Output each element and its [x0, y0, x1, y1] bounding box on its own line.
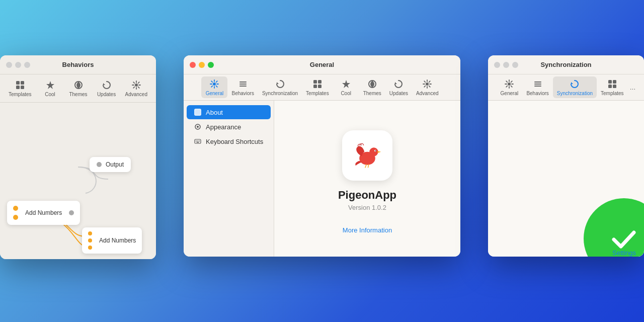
- sync-checkmark: [584, 198, 644, 257]
- toolbar-themes-general[interactable]: Themes: [359, 76, 385, 98]
- sync-toolbar-general[interactable]: General: [496, 76, 522, 98]
- updates-label: Updates: [97, 92, 116, 97]
- svg-rect-0: [16, 81, 20, 85]
- advanced-general-label: Advanced: [416, 91, 438, 96]
- app-icon-pigeon: [349, 137, 385, 174]
- window-title: Behaviors: [62, 61, 94, 68]
- cool-icon: [45, 79, 56, 91]
- toolbar-general[interactable]: General: [201, 76, 227, 98]
- svg-marker-6: [103, 83, 105, 85]
- app-version: Version 1.0.2: [348, 204, 386, 211]
- behaviors-toolbar-label: Behaviors: [231, 91, 254, 96]
- sync-toolbar-templates[interactable]: Templates: [597, 76, 628, 98]
- sidebar-item-keyboard[interactable]: Keyboard Shortcuts: [187, 134, 271, 148]
- output-node[interactable]: Output: [90, 157, 131, 172]
- svg-rect-3: [21, 86, 24, 89]
- toolbar-item-templates[interactable]: Templates: [5, 77, 35, 99]
- svg-rect-21: [194, 109, 201, 116]
- close-button-sync[interactable]: [494, 62, 500, 68]
- sync-window: Synchronization General Behaviors: [488, 55, 644, 257]
- behaviors-window: Behaviors Templates Cool: [0, 55, 156, 259]
- general-sidebar: About Appearance: [184, 101, 274, 257]
- settings-link[interactable]: Settings: [612, 249, 636, 257]
- templates-label: Templates: [9, 92, 32, 97]
- svg-rect-13: [313, 80, 317, 84]
- node-input-dot-4: [88, 246, 92, 250]
- svg-marker-12: [277, 82, 279, 84]
- add-numbers-node-1[interactable]: Add Numbers: [7, 201, 80, 225]
- sync-sync-icon: [569, 78, 580, 90]
- themes-general-label: Themes: [363, 91, 381, 96]
- general-toolbar-label: General: [206, 91, 224, 96]
- sidebar-item-about[interactable]: About: [187, 105, 271, 119]
- svg-point-24: [197, 126, 199, 128]
- maximize-button[interactable]: [24, 62, 30, 68]
- sidebar-item-appearance[interactable]: Appearance: [187, 120, 271, 134]
- node-input-dot-2: [88, 231, 92, 235]
- toolbar-updates-general[interactable]: Updates: [385, 76, 412, 98]
- toolbar-templates-general[interactable]: Templates: [302, 76, 333, 98]
- svg-rect-2: [16, 86, 20, 89]
- toolbar-item-updates[interactable]: Updates: [94, 77, 120, 99]
- maximize-button-sync[interactable]: [512, 62, 518, 68]
- node-input-1: [13, 206, 18, 211]
- toolbar-cool-general[interactable]: Cool: [333, 76, 359, 98]
- behaviors-titlebar: Behaviors: [0, 55, 156, 74]
- svg-rect-11: [239, 86, 247, 87]
- add-numbers-label-1: Add Numbers: [25, 209, 62, 216]
- svg-marker-4: [46, 81, 54, 89]
- toolbar-behaviors[interactable]: Behaviors: [227, 76, 258, 98]
- more-info-link[interactable]: More Information: [343, 226, 392, 234]
- sync-behaviors-icon: [532, 78, 543, 90]
- svg-point-33: [375, 150, 376, 151]
- about-label: About: [206, 109, 223, 116]
- svg-point-7: [135, 84, 138, 87]
- sync-general-label: General: [501, 91, 519, 96]
- appearance-label: Appearance: [206, 123, 241, 131]
- toolbar-advanced-general[interactable]: Advanced: [412, 76, 442, 98]
- templates-general-icon: [312, 78, 323, 90]
- close-button-general[interactable]: [190, 62, 196, 68]
- node-canvas: Output Add Numbers Add Numbers: [0, 103, 156, 259]
- keyboard-label: Keyboard Shortcuts: [206, 138, 263, 145]
- sync-sync-label: Synchronization: [557, 91, 593, 96]
- node-input-dot-3: [88, 238, 92, 243]
- toolbar-synchronization[interactable]: Synchronization: [258, 76, 302, 98]
- updates-general-label: Updates: [389, 91, 408, 96]
- themes-icon: [73, 79, 84, 91]
- keyboard-icon: [194, 137, 202, 145]
- toolbar-item-cool[interactable]: Cool: [37, 77, 63, 99]
- minimize-button-sync[interactable]: [503, 62, 509, 68]
- output-node-label: Output: [106, 161, 124, 168]
- toolbar-item-themes[interactable]: Themes: [65, 77, 92, 99]
- add-numbers-node-2[interactable]: Add Numbers: [82, 227, 142, 254]
- sync-toolbar-behaviors[interactable]: Behaviors: [522, 76, 552, 98]
- general-toolbar: General Behaviors Synchronization: [184, 74, 460, 101]
- general-window-title: General: [310, 61, 334, 68]
- cool-label: Cool: [45, 92, 55, 97]
- templates-icon: [15, 79, 26, 91]
- sync-toolbar-sync[interactable]: Synchronization: [553, 76, 597, 98]
- close-button[interactable]: [6, 62, 12, 68]
- node-output-dot: [69, 210, 74, 215]
- cool-general-icon: [341, 78, 352, 90]
- general-main-content: PigeonApp Version 1.0.2 More Information: [274, 101, 460, 257]
- maximize-button-general[interactable]: [208, 62, 214, 68]
- svg-marker-19: [395, 82, 397, 84]
- sync-body: Settings: [488, 101, 644, 257]
- sync-general-icon: [504, 78, 515, 90]
- svg-rect-29: [197, 142, 199, 143]
- svg-rect-15: [313, 85, 317, 88]
- sync-templates-label: Templates: [601, 91, 624, 96]
- advanced-label: Advanced: [125, 92, 147, 97]
- sync-toolbar: General Behaviors Synchronization: [488, 74, 644, 101]
- themes-label: Themes: [69, 92, 87, 97]
- toolbar-item-advanced[interactable]: Advanced: [122, 77, 151, 99]
- updates-icon: [101, 79, 112, 91]
- svg-rect-10: [239, 84, 247, 85]
- templates-general-label: Templates: [306, 91, 329, 96]
- minimize-button-general[interactable]: [199, 62, 205, 68]
- minimize-button[interactable]: [15, 62, 21, 68]
- svg-rect-9: [239, 82, 247, 83]
- sync-window-title: Synchronization: [540, 61, 591, 68]
